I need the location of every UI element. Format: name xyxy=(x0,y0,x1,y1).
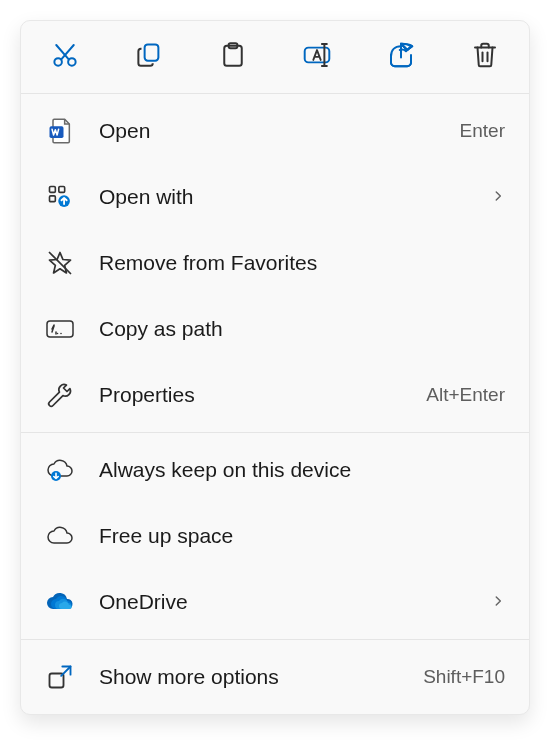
menu-shortcut: Shift+F10 xyxy=(423,666,505,688)
menu-item-copy-as-path[interactable]: Copy as path xyxy=(21,296,529,362)
svg-point-19 xyxy=(57,333,59,335)
svg-rect-4 xyxy=(145,44,159,60)
menu-label: Remove from Favorites xyxy=(99,251,505,275)
share-icon xyxy=(386,40,416,74)
show-more-icon xyxy=(45,662,75,692)
share-button[interactable] xyxy=(379,35,423,79)
menu-item-always-keep[interactable]: Always keep on this device xyxy=(21,437,529,503)
toolbar xyxy=(21,21,529,94)
open-with-icon xyxy=(45,182,75,212)
menu-item-open-with[interactable]: Open with xyxy=(21,164,529,230)
menu-label: Show more options xyxy=(99,665,415,689)
svg-rect-12 xyxy=(50,187,56,193)
wrench-icon xyxy=(45,380,75,410)
menu-label: Open with xyxy=(99,185,483,209)
trash-icon xyxy=(470,40,500,74)
menu-label: Free up space xyxy=(99,524,505,548)
menu-item-properties[interactable]: Properties Alt+Enter xyxy=(21,362,529,428)
rename-icon xyxy=(301,40,333,74)
chevron-right-icon xyxy=(491,591,505,613)
menu-label: Always keep on this device xyxy=(99,458,505,482)
delete-button[interactable] xyxy=(463,35,507,79)
context-menu: Open Enter Open with xyxy=(20,20,530,715)
onedrive-icon xyxy=(45,587,75,617)
menu-item-remove-favorites[interactable]: Remove from Favorites xyxy=(21,230,529,296)
chevron-right-icon xyxy=(491,186,505,208)
paste-button[interactable] xyxy=(211,35,255,79)
svg-rect-13 xyxy=(50,196,56,202)
menu-item-onedrive[interactable]: OneDrive xyxy=(21,569,529,635)
menu-item-free-up-space[interactable]: Free up space xyxy=(21,503,529,569)
menu-section: Show more options Shift+F10 xyxy=(21,640,529,714)
scissors-icon xyxy=(50,40,80,74)
svg-rect-18 xyxy=(47,321,73,337)
unstar-icon xyxy=(45,248,75,278)
menu-label: OneDrive xyxy=(99,590,483,614)
menu-label: Properties xyxy=(99,383,418,407)
menu-shortcut: Alt+Enter xyxy=(426,384,505,406)
copy-path-icon xyxy=(45,314,75,344)
rename-button[interactable] xyxy=(295,35,339,79)
copy-icon xyxy=(134,40,164,74)
menu-label: Open xyxy=(99,119,452,143)
menu-section: Always keep on this device Free up space… xyxy=(21,433,529,639)
menu-item-show-more[interactable]: Show more options Shift+F10 xyxy=(21,644,529,710)
svg-point-20 xyxy=(60,333,62,335)
clipboard-icon xyxy=(218,40,248,74)
menu-item-open[interactable]: Open Enter xyxy=(21,98,529,164)
menu-label: Copy as path xyxy=(99,317,505,341)
cloud-icon xyxy=(45,521,75,551)
copy-button[interactable] xyxy=(127,35,171,79)
menu-section: Open Enter Open with xyxy=(21,94,529,432)
svg-rect-14 xyxy=(59,187,65,193)
cut-button[interactable] xyxy=(43,35,87,79)
cloud-download-icon xyxy=(45,455,75,485)
word-document-icon xyxy=(45,116,75,146)
menu-shortcut: Enter xyxy=(460,120,505,142)
